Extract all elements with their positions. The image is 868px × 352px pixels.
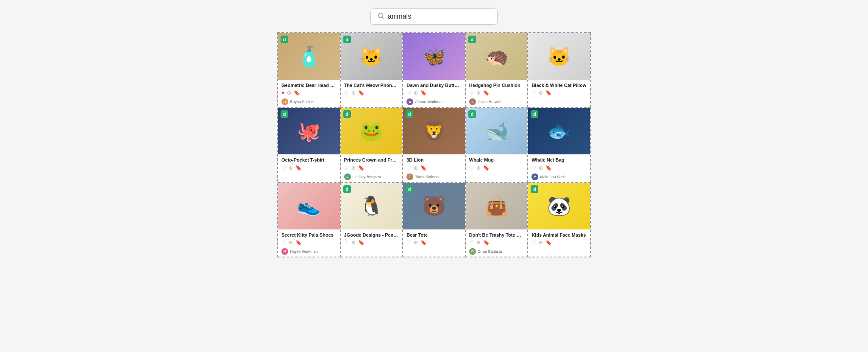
card-badge: d	[406, 110, 413, 118]
save-icon[interactable]: ⊕	[351, 240, 356, 246]
card-actions: ♡⊕🔖	[469, 90, 524, 96]
save-icon[interactable]: ⊕	[351, 165, 356, 171]
product-card[interactable]: d🐙Octo-Pocket T-shirt♡⊕🔖	[278, 108, 341, 182]
card-body: Whale Net Bag♡⊕🔖MMakenna Saris	[528, 154, 590, 182]
card-actions: ♡⊕🔖	[406, 240, 462, 246]
card-body: Kids Animal Face Masks♡⊕🔖	[528, 229, 590, 257]
bookmark-icon[interactable]: 🔖	[545, 165, 552, 171]
card-actions: ♡⊕🔖	[531, 165, 587, 171]
product-card[interactable]: d🐋Whale Mug♡⊕🔖	[466, 108, 529, 182]
author-name: Justin Herwitz	[478, 100, 501, 104]
card-title: Whale Net Bag	[531, 157, 587, 163]
heart-icon[interactable]: ♡	[531, 90, 536, 96]
card-image: 🐱	[528, 33, 590, 80]
card-actions: ♡⊕🔖	[281, 240, 337, 246]
heart-icon[interactable]: ♡	[469, 90, 474, 96]
save-icon[interactable]: ⊕	[287, 90, 291, 96]
product-card[interactable]: 🐱Black & White Cat Pillow♡⊕🔖	[528, 33, 591, 108]
heart-icon[interactable]: ♡	[531, 240, 536, 246]
save-icon[interactable]: ⊕	[476, 165, 481, 171]
card-image: d🦁	[403, 108, 465, 154]
author-avatar: R	[281, 98, 288, 105]
card-badge: d	[531, 185, 538, 193]
card-actions: ♡⊕🔖	[531, 90, 587, 96]
product-grid: d🧴Geometric Bear Head W...♥⊕🔖RRayna Schl…	[277, 32, 591, 257]
author-avatar: A	[406, 98, 413, 105]
card-title: Hedgehog Pin Cushion	[469, 82, 524, 88]
bookmark-icon[interactable]: 🔖	[483, 240, 490, 246]
heart-icon[interactable]: ♡	[469, 165, 474, 171]
author-avatar: H	[281, 248, 288, 255]
heart-icon[interactable]: ♡	[281, 240, 286, 246]
bookmark-icon[interactable]: 🔖	[294, 90, 300, 96]
card-body: The Cat's Meow Phone Hol...♡⊕🔖	[341, 80, 403, 107]
bookmark-icon[interactable]: 🔖	[420, 90, 427, 96]
product-card[interactable]: d🧴Geometric Bear Head W...♥⊕🔖RRayna Schl…	[278, 33, 341, 108]
save-icon[interactable]: ⊕	[289, 165, 293, 171]
bookmark-icon[interactable]: 🔖	[295, 240, 302, 246]
save-icon[interactable]: ⊕	[289, 240, 293, 246]
bookmark-icon[interactable]: 🔖	[358, 90, 364, 96]
save-icon[interactable]: ⊕	[539, 90, 543, 96]
author-name: Lindsey Bergson	[353, 175, 381, 179]
card-title: Geometric Bear Head W...	[281, 82, 337, 88]
card-image: d🦔	[466, 33, 528, 80]
product-card[interactable]: d🦁3D Lion♡⊕🔖TTiana Siphron	[403, 108, 466, 182]
heart-icon[interactable]: ♡	[344, 90, 349, 96]
card-image: d🐋	[466, 108, 528, 154]
product-card[interactable]: d🐼Kids Animal Face Masks♡⊕🔖	[528, 183, 591, 257]
heart-icon[interactable]: ♡	[406, 165, 411, 171]
bookmark-icon[interactable]: 🔖	[420, 165, 427, 171]
product-card[interactable]: 👜Don't Be Trashy Tote Bag♡⊕🔖OOmar Baptis…	[466, 183, 529, 257]
card-author: JJustin Herwitz	[469, 98, 524, 105]
bookmark-icon[interactable]: 🔖	[545, 90, 552, 96]
card-author: OOmar Baptista	[469, 248, 524, 255]
save-icon[interactable]: ⊕	[351, 90, 356, 96]
bookmark-icon[interactable]: 🔖	[483, 90, 490, 96]
bookmark-icon[interactable]: 🔖	[483, 165, 490, 171]
product-card[interactable]: d🐧JGoode Designs - Penguin...♡⊕🔖	[341, 183, 403, 257]
card-actions: ♡⊕🔖	[406, 90, 462, 96]
search-bar	[370, 8, 498, 25]
save-icon[interactable]: ⊕	[414, 240, 418, 246]
heart-icon[interactable]: ♡	[531, 165, 536, 171]
card-body: JGoode Designs - Penguin...♡⊕🔖	[341, 229, 403, 257]
bookmark-icon[interactable]: 🔖	[358, 165, 364, 171]
card-image-emoji: 🦋	[403, 33, 465, 80]
heart-icon[interactable]: ♥	[281, 90, 284, 96]
save-icon[interactable]: ⊕	[414, 165, 418, 171]
card-body: 3D Lion♡⊕🔖TTiana Siphron	[403, 154, 465, 182]
card-author: RRayna Schleifer	[281, 98, 337, 105]
bookmark-icon[interactable]: 🔖	[295, 165, 302, 171]
search-input[interactable]	[388, 13, 490, 20]
save-icon[interactable]: ⊕	[476, 240, 481, 246]
product-card[interactable]: d🐱The Cat's Meow Phone Hol...♡⊕🔖	[341, 33, 403, 108]
heart-icon[interactable]: ♡	[281, 165, 286, 171]
product-card[interactable]: 👟Secret Kitty Pals Shoes♡⊕🔖HHaylie Workm…	[278, 183, 341, 257]
save-icon[interactable]: ⊕	[476, 90, 481, 96]
heart-icon[interactable]: ♡	[406, 90, 411, 96]
card-badge: d	[406, 185, 413, 193]
save-icon[interactable]: ⊕	[539, 165, 543, 171]
product-card[interactable]: d🐻Bear Tote♡⊕🔖	[403, 183, 466, 257]
card-actions: ♡⊕🔖	[344, 165, 399, 171]
heart-icon[interactable]: ♡	[344, 165, 349, 171]
author-avatar: L	[344, 173, 351, 180]
product-card[interactable]: d🐟Whale Net Bag♡⊕🔖MMakenna Saris	[528, 108, 591, 182]
bookmark-icon[interactable]: 🔖	[358, 240, 364, 246]
product-card[interactable]: d🦔Hedgehog Pin Cushion♡⊕🔖JJustin Herwitz	[466, 33, 529, 108]
card-badge: d	[468, 36, 476, 43]
save-icon[interactable]: ⊕	[539, 240, 543, 246]
bookmark-icon[interactable]: 🔖	[420, 240, 427, 246]
author-avatar: O	[469, 248, 476, 255]
card-image: d🐸	[341, 108, 403, 154]
heart-icon[interactable]: ♡	[469, 240, 474, 246]
card-author: MMakenna Saris	[531, 173, 587, 180]
product-card[interactable]: 🦋Dawn and Dusky Butterfly...♡⊕🔖AAllison …	[403, 33, 466, 108]
card-title: Kids Animal Face Masks	[531, 232, 587, 238]
heart-icon[interactable]: ♡	[344, 240, 349, 246]
product-card[interactable]: d🐸Princes Crown and Frog To...♡⊕🔖LLindse…	[341, 108, 403, 182]
heart-icon[interactable]: ♡	[406, 240, 411, 246]
save-icon[interactable]: ⊕	[414, 90, 418, 96]
bookmark-icon[interactable]: 🔖	[545, 240, 552, 246]
